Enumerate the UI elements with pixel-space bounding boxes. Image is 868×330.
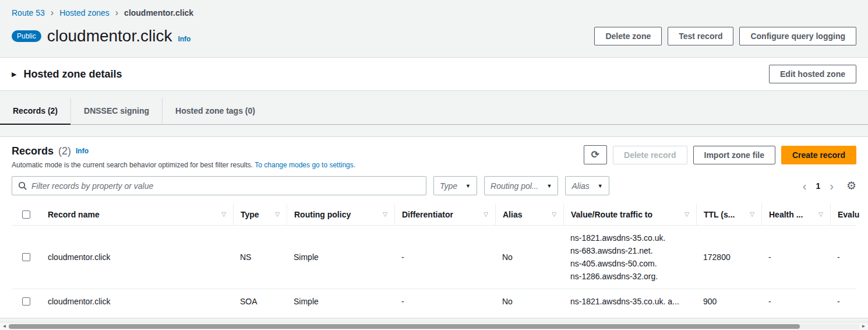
cell-value: ns-1821.awsdns-35.co.uk. a...: [563, 289, 696, 314]
type-filter-dropdown[interactable]: Type ▼: [433, 176, 477, 195]
select-all-checkbox[interactable]: [22, 210, 30, 219]
value-line: ns-1286.awsdns-32.org.: [570, 271, 689, 282]
breadcrumb-route53[interactable]: Route 53: [12, 8, 45, 17]
column-label: Alias: [503, 210, 522, 219]
cell-value: ns-1821.awsdns-35.co.uk. ns-683.awsdns-2…: [563, 226, 696, 289]
table-row: cloudmentor.click NS Simple - No ns-1821…: [12, 226, 856, 289]
sort-icon[interactable]: ▽: [684, 211, 689, 217]
records-description: Automatic mode is the current search beh…: [12, 161, 355, 169]
hosted-zone-details-toggle[interactable]: ▶ Hosted zone details: [12, 68, 122, 80]
column-header-type[interactable]: Type ▽: [233, 203, 287, 225]
title-wrap: Public cloudmentor.click Info: [12, 27, 190, 45]
next-page-icon[interactable]: ›: [830, 180, 834, 192]
cell-routing-policy: Simple: [287, 290, 394, 313]
column-header-record-name[interactable]: Record name ▽: [41, 203, 233, 225]
column-header-evaluate[interactable]: Evalua...: [830, 203, 859, 225]
cell-evaluate: -: [830, 245, 859, 269]
configure-query-logging-button[interactable]: Configure query logging: [739, 27, 856, 45]
column-label: Health ...: [769, 210, 803, 219]
hosted-zone-details-panel: ▶ Hosted zone details Edit hosted zone: [0, 57, 868, 91]
breadcrumb-current: cloudmentor.click: [124, 8, 193, 17]
value-line: ns-405.awsdns-50.com.: [570, 258, 689, 269]
records-title: Records: [12, 145, 54, 157]
chevron-down-icon: ▼: [547, 183, 552, 189]
sort-icon[interactable]: ▽: [383, 211, 387, 217]
column-header-value[interactable]: Value/Route traffic to ▽: [563, 203, 696, 225]
scroll-right-icon[interactable]: ►: [859, 324, 868, 329]
refresh-button[interactable]: ⟳: [584, 145, 607, 164]
tab-records[interactable]: Records (2): [0, 98, 70, 125]
pagination: ‹ 1 ›: [803, 180, 834, 192]
page-title: cloudmentor.click: [47, 27, 172, 45]
page-number[interactable]: 1: [816, 181, 820, 191]
column-header-health[interactable]: Health ... ▽: [761, 203, 830, 225]
row-checkbox[interactable]: [22, 297, 30, 306]
filter-records-input[interactable]: [31, 181, 420, 191]
cell-health: -: [761, 245, 830, 269]
value-line: ns-1821.awsdns-35.co.uk. a...: [570, 296, 689, 307]
hosted-zone-details-title: Hosted zone details: [23, 68, 122, 80]
sort-icon[interactable]: ▽: [275, 211, 280, 217]
tab-dnssec-signing[interactable]: DNSSEC signing: [70, 98, 162, 125]
cell-evaluate: -: [830, 290, 859, 313]
tab-hosted-zone-tags[interactable]: Hosted zone tags (0): [162, 98, 268, 125]
records-table: Record name ▽ Type ▽ Routing policy ▽ Di…: [12, 203, 856, 314]
records-description-text: Automatic mode is the current search beh…: [12, 161, 253, 169]
type-filter-label: Type: [440, 181, 457, 191]
change-modes-link[interactable]: To change modes go to settings.: [255, 161, 355, 169]
zone-info-link[interactable]: Info: [178, 35, 190, 45]
row-checkbox[interactable]: [22, 253, 30, 261]
column-header-differentiator[interactable]: Differentiator ▽: [394, 203, 495, 225]
cell-type: NS: [233, 245, 287, 269]
chevron-down-icon: ▼: [598, 183, 603, 189]
column-label: Evalua...: [838, 210, 859, 219]
test-record-button[interactable]: Test record: [668, 27, 733, 45]
cell-record-name: cloudmentor.click: [41, 290, 233, 313]
import-zone-file-button[interactable]: Import zone file: [693, 146, 775, 164]
page-header: Public cloudmentor.click Info Delete zon…: [0, 22, 868, 54]
value-line: ns-683.awsdns-21.net.: [570, 245, 689, 256]
create-record-button[interactable]: Create record: [781, 146, 856, 164]
edit-hosted-zone-button[interactable]: Edit hosted zone: [769, 65, 856, 83]
gear-icon[interactable]: ⚙: [846, 179, 856, 192]
cell-record-name: cloudmentor.click: [41, 245, 233, 269]
breadcrumb-separator-icon: ›: [51, 8, 54, 17]
cell-type: SOA: [233, 290, 287, 313]
sort-icon[interactable]: ▽: [750, 211, 754, 217]
cell-ttl: 172800: [696, 245, 761, 269]
header-actions: Delete zone Test record Configure query …: [594, 27, 856, 45]
filter-row: Type ▼ Routing pol... ▼ Alias ▼ ‹ 1 › ⚙: [12, 176, 856, 195]
row-checkbox-cell: [12, 290, 41, 313]
value-line: ns-1821.awsdns-35.co.uk.: [570, 233, 689, 243]
scrollbar-thumb[interactable]: [9, 324, 800, 329]
table-row: cloudmentor.click SOA Simple - No ns-182…: [12, 289, 856, 314]
column-header-alias[interactable]: Alias ▽: [495, 203, 563, 225]
sort-icon[interactable]: ▽: [484, 211, 488, 217]
column-label: Routing policy: [294, 210, 351, 219]
column-header-routing-policy[interactable]: Routing policy ▽: [287, 203, 394, 225]
cell-differentiator: -: [394, 245, 495, 269]
routing-policy-filter-dropdown[interactable]: Routing pol... ▼: [484, 176, 558, 195]
column-label: TTL (s...: [704, 210, 735, 219]
sort-icon[interactable]: ▽: [552, 211, 556, 217]
sort-icon[interactable]: ▽: [818, 211, 823, 217]
column-label: Differentiator: [402, 210, 453, 219]
sort-icon[interactable]: ▽: [221, 211, 226, 217]
alias-filter-dropdown[interactable]: Alias ▼: [565, 176, 609, 195]
table-header-row: Record name ▽ Type ▽ Routing policy ▽ Di…: [12, 203, 856, 226]
column-label: Type: [241, 210, 259, 219]
cell-differentiator: -: [394, 290, 495, 313]
breadcrumb-hosted-zones[interactable]: Hosted zones: [59, 8, 110, 17]
delete-zone-button[interactable]: Delete zone: [594, 27, 662, 45]
public-badge: Public: [12, 30, 41, 42]
scroll-left-icon[interactable]: ◄: [0, 324, 9, 329]
column-label: Value/Route traffic to: [571, 210, 652, 219]
alias-filter-label: Alias: [571, 181, 589, 191]
column-header-ttl[interactable]: TTL (s... ▽: [696, 203, 761, 225]
previous-page-icon[interactable]: ‹: [803, 180, 807, 192]
cell-routing-policy: Simple: [287, 245, 394, 269]
column-label: Record name: [48, 210, 100, 219]
scrollbar-track[interactable]: [9, 324, 859, 329]
delete-record-button[interactable]: Delete record: [613, 146, 687, 164]
records-info-link[interactable]: Info: [76, 147, 89, 157]
